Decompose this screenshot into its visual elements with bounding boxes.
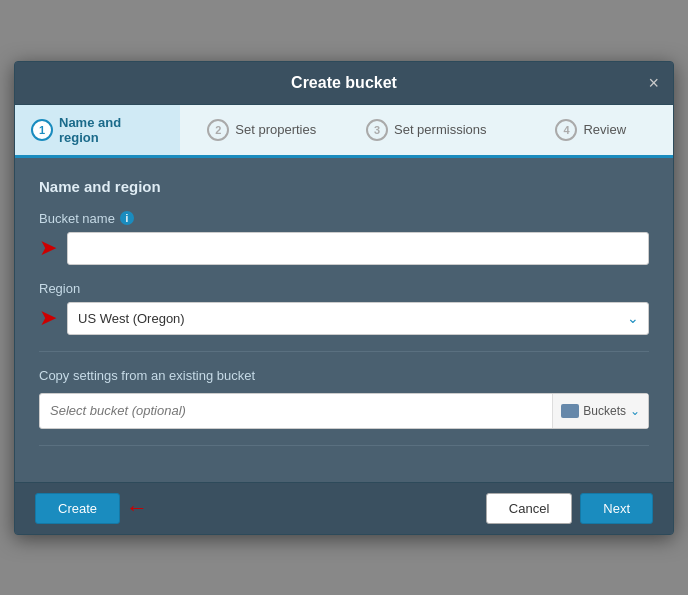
create-section: Create ← [35,493,148,524]
create-arrow-icon: ← [126,495,148,521]
step-label-2: Set properties [235,122,316,137]
modal-body: Name and region Bucket name i ➤ admin-cr… [15,158,673,482]
close-button[interactable]: × [648,74,659,92]
wizard-step-1[interactable]: 1 Name and region [15,105,180,158]
copy-bucket-row: Buckets ⌄ [39,393,649,429]
step-label-4: Review [583,122,626,137]
bottom-divider [39,445,649,446]
wizard-step-2[interactable]: 2 Set properties [180,105,345,155]
wizard-step-3[interactable]: 3 Set permissions [344,105,509,155]
step-label-3: Set permissions [394,122,486,137]
buckets-label: Buckets [583,404,626,418]
step-circle-2: 2 [207,119,229,141]
buckets-dropdown-button[interactable]: Buckets ⌄ [552,394,648,428]
cancel-button[interactable]: Cancel [486,493,572,524]
wizard-steps: 1 Name and region 2 Set properties 3 Set… [15,105,673,158]
section-title: Name and region [39,178,649,195]
region-row: ➤ US West (Oregon) US East (N. Virginia)… [39,302,649,335]
next-button[interactable]: Next [580,493,653,524]
bucket-name-row: ➤ admin-created [39,232,649,265]
footer-right: Cancel Next [486,493,653,524]
divider [39,351,649,352]
bucket-name-group: Bucket name i ➤ admin-created [39,211,649,265]
step-circle-1: 1 [31,119,53,141]
copy-settings-label: Copy settings from an existing bucket [39,368,649,383]
modal-footer: Create ← Cancel Next [15,482,673,534]
create-bucket-modal: Create bucket × 1 Name and region 2 Set … [14,61,674,535]
step-label-1: Name and region [59,115,164,145]
step-circle-4: 4 [555,119,577,141]
modal-title: Create bucket [291,74,397,92]
copy-settings-group: Copy settings from an existing bucket Bu… [39,368,649,429]
region-label: Region [39,281,649,296]
region-select-wrapper: US West (Oregon) US East (N. Virginia) E… [67,302,649,335]
bucket-chevron-icon: ⌄ [630,404,640,418]
bucket-name-info-icon[interactable]: i [120,211,134,225]
wizard-step-4[interactable]: 4 Review [509,105,674,155]
region-select[interactable]: US West (Oregon) US East (N. Virginia) E… [67,302,649,335]
modal-header: Create bucket × [15,62,673,105]
bucket-name-label: Bucket name i [39,211,649,226]
step-circle-3: 3 [366,119,388,141]
bucket-name-arrow: ➤ [39,237,57,259]
bucket-icon [561,404,579,418]
copy-bucket-input[interactable] [40,394,552,428]
region-group: Region ➤ US West (Oregon) US East (N. Vi… [39,281,649,335]
bucket-name-input[interactable]: admin-created [67,232,649,265]
create-button[interactable]: Create [35,493,120,524]
region-arrow: ➤ [39,307,57,329]
